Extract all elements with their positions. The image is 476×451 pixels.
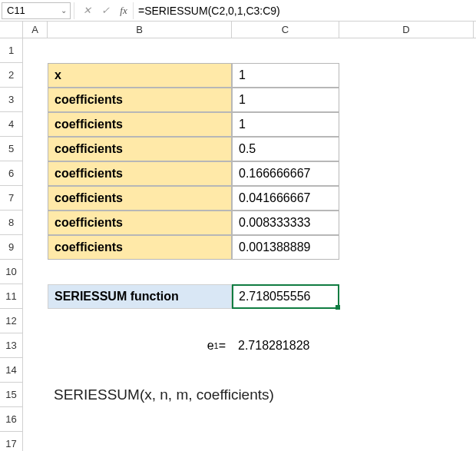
select-all-corner[interactable] [0,22,23,38]
cell-b12[interactable] [48,309,232,333]
col-header-b[interactable]: B [48,22,232,38]
cell-a6[interactable] [23,161,48,186]
row-17: 17 [0,432,476,451]
cell-d6[interactable] [339,161,474,186]
cell-c8[interactable]: 0.008333333 [232,211,339,235]
cell-a11[interactable] [23,284,48,309]
row-header-1[interactable]: 1 [0,38,23,63]
row-header-10[interactable]: 10 [0,260,23,284]
cell-d17[interactable] [339,432,474,451]
row-header-16[interactable]: 16 [0,407,23,432]
cell-b16[interactable] [48,407,232,432]
formula-input[interactable]: =SERIESSUM(C2,0,1,C3:C9) [133,2,476,19]
cell-c3[interactable]: 1 [232,88,339,112]
cell-d1[interactable] [339,38,474,63]
col-header-d[interactable]: D [339,22,474,38]
cell-a16[interactable] [23,407,48,432]
cell-d4[interactable] [339,112,474,137]
cell-c16[interactable] [232,407,339,432]
row-header-3[interactable]: 3 [0,88,23,112]
cell-b11[interactable]: SERIESSUM function [48,284,232,309]
cell-a10[interactable] [23,260,48,284]
cell-b17[interactable] [48,432,232,451]
row-header-13[interactable]: 13 [0,333,23,358]
row-header-11[interactable]: 11 [0,284,23,309]
e-label-base: e [207,339,214,353]
cell-a4[interactable] [23,112,48,137]
cell-d7[interactable] [339,186,474,211]
cell-d5[interactable] [339,137,474,161]
fx-icon[interactable]: fx [114,2,133,19]
cell-d3[interactable] [339,88,474,112]
cell-c9[interactable]: 0.001388889 [232,235,339,260]
cell-d8[interactable] [339,211,474,235]
cell-c14[interactable] [232,358,339,383]
cell-d11[interactable] [339,284,474,309]
name-box[interactable]: C11 ⌄ [2,2,71,19]
row-header-14[interactable]: 14 [0,358,23,383]
cell-a1[interactable] [23,38,48,63]
cell-a13[interactable] [23,333,48,358]
cell-c13[interactable]: 2.718281828 [232,333,339,358]
enter-icon[interactable]: ✓ [96,2,114,19]
cell-c12[interactable] [232,309,339,333]
cell-d2[interactable] [339,63,474,88]
cell-b10[interactable] [48,260,232,284]
cell-d16[interactable] [339,407,474,432]
cell-b5[interactable]: coefficients [48,137,232,161]
row-header-8[interactable]: 8 [0,211,23,235]
cell-d9[interactable] [339,235,474,260]
row-header-12[interactable]: 12 [0,309,23,333]
cell-a12[interactable] [23,309,48,333]
chevron-down-icon[interactable]: ⌄ [61,6,67,15]
row-header-4[interactable]: 4 [0,112,23,137]
row-header-2[interactable]: 2 [0,63,23,88]
fill-handle[interactable] [336,305,340,310]
cell-d12[interactable] [339,309,474,333]
col-header-c[interactable]: C [232,22,339,38]
cell-b2[interactable]: x [48,63,232,88]
cell-b8[interactable]: coefficients [48,211,232,235]
col-header-a[interactable]: A [23,22,48,38]
row-header-17[interactable]: 17 [0,432,23,451]
row-header-9[interactable]: 9 [0,235,23,260]
cell-c2[interactable]: 1 [232,63,339,88]
cell-c10[interactable] [232,260,339,284]
cell-a7[interactable] [23,186,48,211]
grid-body: 1 2 x 1 3 coefficients 1 4 coefficients … [0,38,476,451]
cell-a14[interactable] [23,358,48,383]
cell-d14[interactable] [339,358,474,383]
row-header-15[interactable]: 15 [0,383,23,407]
cell-c5[interactable]: 0.5 [232,137,339,161]
cell-b13[interactable]: e1 = [48,333,232,358]
cell-b3[interactable]: coefficients [48,88,232,112]
cell-c11-selected[interactable]: 2.718055556 [232,284,339,309]
cell-b14[interactable] [48,358,232,383]
row-header-5[interactable]: 5 [0,137,23,161]
cell-b6[interactable]: coefficients [48,161,232,186]
cell-c1[interactable] [232,38,339,63]
row-9: 9 coefficients 0.001388889 [0,235,476,260]
cancel-icon[interactable]: ✕ [78,2,96,19]
row-header-6[interactable]: 6 [0,161,23,186]
cell-b4[interactable]: coefficients [48,112,232,137]
cell-c6[interactable]: 0.166666667 [232,161,339,186]
cell-a2[interactable] [23,63,48,88]
cell-d10[interactable] [339,260,474,284]
cell-b7[interactable]: coefficients [48,186,232,211]
cell-a15[interactable] [23,383,48,407]
cell-b15[interactable]: SERIESSUM(x, n, m, coefficients) [48,383,474,407]
cell-a3[interactable] [23,88,48,112]
cell-a8[interactable] [23,211,48,235]
formula-bar: C11 ⌄ ✕ ✓ fx =SERIESSUM(C2,0,1,C3:C9) [0,0,476,22]
cell-a5[interactable] [23,137,48,161]
cell-d13[interactable] [339,333,474,358]
cell-c17[interactable] [232,432,339,451]
cell-a17[interactable] [23,432,48,451]
cell-b9[interactable]: coefficients [48,235,232,260]
cell-c4[interactable]: 1 [232,112,339,137]
row-header-7[interactable]: 7 [0,186,23,211]
cell-a9[interactable] [23,235,48,260]
cell-b1[interactable] [48,38,232,63]
cell-c7[interactable]: 0.041666667 [232,186,339,211]
